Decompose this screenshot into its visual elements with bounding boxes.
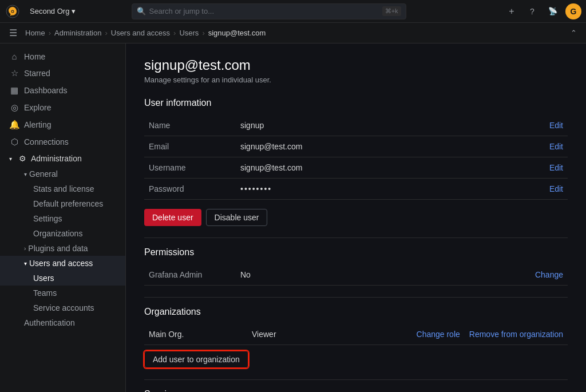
sidebar-label-dashboards: Dashboards [24, 86, 68, 95]
org-row: Main Org. Viewer Change role Remove from… [144, 324, 568, 345]
password-label: Password [144, 179, 236, 200]
search-shortcut: ⌘+k [382, 6, 401, 16]
permissions-change[interactable]: Change [535, 270, 563, 279]
username-edit[interactable]: Edit [549, 163, 563, 172]
sidebar-item-administration[interactable]: ▾ ⚙ Administration [0, 151, 125, 167]
connections-icon: ⬡ [9, 137, 19, 147]
dashboards-icon: ▦ [9, 85, 19, 96]
sidebar-label-stats-license: Stats and license [33, 184, 94, 193]
help-button[interactable]: ? [524, 3, 540, 19]
sidebar-label-organizations: Organizations [33, 229, 82, 238]
breadcrumb-current: signup@test.com [208, 29, 266, 37]
top-nav: Second Org ▾ 🔍 Search or jump to... ⌘+k … [0, 0, 586, 23]
sessions-section: Sessions Last seen Logged on IP address … [144, 389, 568, 392]
sidebar-item-explore[interactable]: ◎ Explore [0, 99, 125, 116]
breadcrumb-users-access[interactable]: Users and access [111, 29, 170, 37]
divider-3 [144, 379, 568, 380]
breadcrumb-administration[interactable]: Administration [54, 29, 101, 37]
sidebar-item-alerting[interactable]: 🔔 Alerting [0, 116, 125, 133]
breadcrumb-sep4: › [202, 29, 204, 37]
sidebar-toggle[interactable]: ☰ [9, 27, 17, 38]
sidebar-label-plugins-data: Plugins and data [28, 244, 88, 253]
sidebar: ⌂ Home ☆ Starred ▦ Dashboards ◎ Explore … [0, 43, 126, 392]
email-value: signup@test.com [236, 136, 487, 157]
sessions-title: Sessions [144, 389, 568, 392]
name-edit[interactable]: Edit [549, 121, 563, 130]
svg-point-2 [12, 10, 14, 12]
sidebar-label-general: General [29, 169, 58, 179]
sidebar-item-dashboards[interactable]: ▦ Dashboards [0, 82, 125, 99]
sidebar-item-settings[interactable]: Settings [0, 211, 125, 226]
sidebar-item-authentication[interactable]: Authentication [0, 315, 125, 330]
main-content: signup@test.com Manage settings for an i… [126, 43, 586, 392]
sidebar-item-organizations[interactable]: Organizations [0, 226, 125, 241]
disable-user-button[interactable]: Disable user [206, 209, 268, 226]
email-edit[interactable]: Edit [549, 142, 563, 151]
organizations-section: Organizations Main Org. Viewer Change ro… [144, 307, 568, 368]
page-title: signup@test.com [144, 57, 568, 73]
sidebar-label-starred: Starred [24, 69, 50, 78]
sidebar-label-default-preferences: Default preferences [33, 199, 103, 208]
sidebar-item-general[interactable]: ▾ General [0, 167, 125, 181]
sidebar-item-teams[interactable]: Teams [0, 286, 125, 300]
sidebar-label-users-access: Users and access [29, 259, 93, 268]
general-collapse-icon: ▾ [24, 171, 27, 177]
permissions-title: Permissions [144, 247, 568, 258]
grafana-admin-value: No [236, 264, 350, 286]
sidebar-label-teams: Teams [33, 288, 57, 298]
sidebar-item-starred[interactable]: ☆ Starred [0, 65, 125, 82]
sidebar-label-connections: Connections [24, 137, 69, 146]
breadcrumb-home[interactable]: Home [25, 29, 45, 37]
breadcrumb-sep1: › [49, 29, 51, 37]
user-info-title: User information [144, 98, 568, 108]
change-role-link[interactable]: Change role [417, 330, 460, 339]
user-info-section: User information Name signup Edit Email … [144, 98, 568, 226]
sidebar-item-users-access[interactable]: ▾ Users and access [0, 256, 125, 271]
username-value: signup@test.com [236, 157, 487, 179]
plugins-expand-icon: › [24, 246, 26, 252]
grafana-admin-label: Grafana Admin [144, 264, 236, 286]
star-icon: ☆ [9, 68, 19, 78]
password-value: •••••••• [240, 184, 272, 193]
sidebar-item-service-accounts[interactable]: Service accounts [0, 300, 125, 315]
administration-icon: ⚙ [19, 154, 26, 163]
email-label: Email [144, 136, 236, 157]
sidebar-label-alerting: Alerting [24, 120, 51, 129]
search-bar[interactable]: 🔍 Search or jump to... ⌘+k [132, 3, 406, 19]
org-role: Viewer [252, 330, 417, 339]
password-edit[interactable]: Edit [549, 184, 563, 193]
sidebar-item-default-preferences[interactable]: Default preferences [0, 196, 125, 211]
add-user-to-org-button[interactable]: Add user to organization [144, 351, 248, 368]
sidebar-label-users: Users [33, 274, 54, 283]
plus-button[interactable]: + [504, 3, 520, 19]
alerting-icon: 🔔 [9, 120, 19, 130]
sidebar-label-settings: Settings [33, 214, 62, 223]
name-row: Name signup Edit [144, 115, 568, 136]
user-avatar[interactable]: G [565, 3, 581, 19]
sidebar-item-users[interactable]: Users [0, 271, 125, 286]
top-nav-right: + ? 📡 G [504, 3, 581, 19]
news-button[interactable]: 📡 [545, 3, 561, 19]
administration-collapse-icon: ▾ [9, 156, 12, 162]
breadcrumb-sep2: › [105, 29, 107, 37]
search-placeholder: Search or jump to... [149, 7, 214, 15]
sidebar-label-authentication: Authentication [24, 318, 75, 327]
grafana-logo[interactable] [5, 3, 21, 19]
sidebar-item-stats-license[interactable]: Stats and license [0, 181, 125, 196]
breadcrumb-sep3: › [173, 29, 176, 37]
sidebar-item-plugins-data[interactable]: › Plugins and data [0, 241, 125, 256]
collapse-icon[interactable]: ⌃ [571, 29, 577, 37]
sidebar-label-home: Home [24, 52, 45, 61]
sidebar-label-explore: Explore [24, 103, 51, 112]
sidebar-item-home[interactable]: ⌂ Home [0, 48, 125, 65]
main-layout: ⌂ Home ☆ Starred ▦ Dashboards ◎ Explore … [0, 43, 586, 392]
breadcrumb-users[interactable]: Users [179, 29, 199, 37]
sidebar-item-connections[interactable]: ⬡ Connections [0, 133, 125, 151]
username-row: Username signup@test.com Edit [144, 157, 568, 179]
delete-user-button[interactable]: Delete user [144, 209, 201, 226]
org-name: Main Org. [149, 330, 252, 339]
permissions-table: Grafana Admin No Change [144, 264, 568, 286]
user-info-table: Name signup Edit Email signup@test.com E… [144, 115, 568, 200]
remove-from-org-link[interactable]: Remove from organization [469, 330, 563, 339]
org-selector[interactable]: Second Org ▾ [25, 5, 80, 18]
